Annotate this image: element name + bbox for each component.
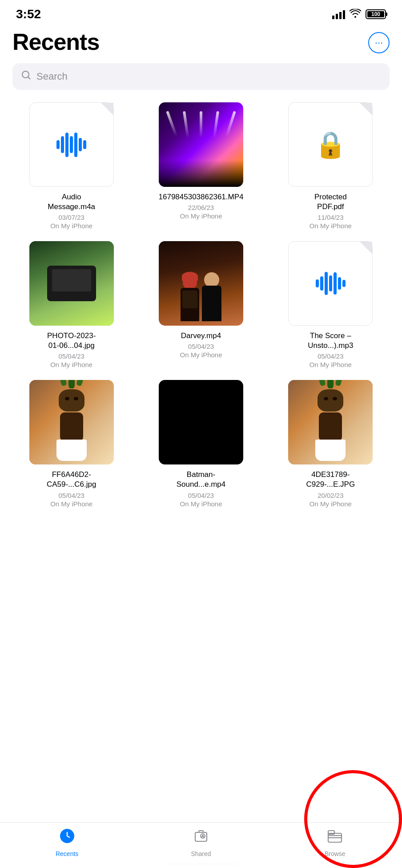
file-location: On My iPhone	[180, 500, 222, 508]
file-name: The Score –Unsto...).mp3	[308, 331, 353, 351]
file-name: PHOTO-2023-01-06...04.jpg	[47, 331, 96, 351]
wave-bar	[320, 276, 323, 291]
file-location: On My iPhone	[310, 222, 352, 230]
recents-icon	[59, 828, 75, 848]
file-name: Batman-Sound...e.mp4	[177, 470, 226, 489]
more-button[interactable]: ···	[368, 32, 390, 53]
header: Recents ···	[0, 24, 402, 55]
file-thumb-groot	[29, 380, 114, 464]
concert-stage	[159, 160, 243, 187]
wave-bar	[79, 138, 82, 151]
wave-bar	[316, 279, 319, 287]
file-location: On My iPhone	[180, 351, 222, 359]
tab-browse-label: Browse	[325, 850, 346, 857]
wave-bar	[334, 272, 337, 295]
doc-fold	[360, 242, 372, 254]
tab-recents-label: Recents	[56, 850, 78, 857]
light-beam	[213, 111, 219, 138]
file-item-audio-message[interactable]: AudioMessage.m4a 03/07/23 On My iPhone	[9, 99, 134, 233]
tab-browse[interactable]: Browse	[269, 828, 401, 857]
file-name: ProtectedPDF.pdf	[314, 192, 347, 212]
svg-point-4	[202, 835, 204, 836]
wifi-icon	[350, 9, 361, 20]
wave-bar	[74, 133, 77, 157]
tab-recents[interactable]: Recents	[1, 828, 133, 857]
file-location: On My iPhone	[50, 361, 92, 368]
status-bar: 3:52 100	[0, 0, 402, 24]
signal-bar-2	[336, 14, 338, 19]
doc-fold	[101, 103, 113, 115]
file-item-4de-jpg[interactable]: 4DE31789-C929-...E.JPG 20/02/23 On My iP…	[268, 376, 393, 511]
wave-bar	[83, 140, 86, 149]
wave-bar	[329, 275, 332, 291]
file-date: 05/04/23	[188, 343, 214, 350]
file-name: Darvey.mp4	[181, 331, 221, 341]
laptop-shape	[47, 266, 96, 301]
light-beam	[166, 111, 177, 137]
file-item-batman[interactable]: Batman-Sound...e.mp4 05/04/23 On My iPho…	[138, 376, 263, 511]
file-name: 1679845303862361.MP4	[159, 192, 244, 202]
file-location: On My iPhone	[50, 222, 92, 230]
doc-fold	[360, 103, 372, 115]
tab-bar: Recents Shared Browse	[0, 822, 402, 868]
wave-bar	[70, 136, 73, 153]
file-date: 05/04/23	[58, 492, 84, 499]
file-item-protected-pdf[interactable]: 🔒 ProtectedPDF.pdf 11/04/23 On My iPhone	[268, 99, 393, 233]
file-thumb-groot2	[288, 380, 373, 464]
file-date: 03/07/23	[58, 214, 84, 221]
file-thumb-batman	[159, 380, 243, 464]
file-location: On My iPhone	[310, 500, 352, 508]
wave-bar	[342, 280, 346, 287]
file-location: On My iPhone	[180, 212, 222, 220]
lock-icon: 🔒	[314, 129, 346, 160]
light-beam	[183, 111, 189, 138]
tab-shared[interactable]: Shared	[135, 828, 267, 857]
wave-bar	[61, 136, 64, 153]
battery-icon: 100	[366, 9, 386, 19]
signal-bar-3	[339, 12, 342, 19]
ellipsis-icon: ···	[375, 37, 383, 48]
concert-lights	[159, 111, 243, 138]
status-icons: 100	[332, 9, 386, 20]
file-item-darvey[interactable]: Darvey.mp4 05/04/23 On My iPhone	[138, 238, 263, 372]
file-thumb-concert	[159, 102, 243, 187]
audio-wave-icon	[316, 270, 346, 297]
search-icon	[21, 70, 31, 83]
page-title: Recents	[12, 28, 99, 55]
light-beam	[200, 111, 202, 138]
files-section: AudioMessage.m4a 03/07/23 On My iPhone 1…	[0, 94, 402, 578]
file-item-ff6a-jpg[interactable]: FF6A46D2-CA59-...C6.jpg 05/04/23 On My i…	[9, 376, 134, 511]
file-thumb-audio2	[288, 241, 373, 326]
wave-bar	[56, 140, 60, 149]
file-date: 20/02/23	[318, 492, 343, 499]
file-thumb-locked: 🔒	[288, 102, 373, 187]
file-thumb-photo	[29, 241, 114, 326]
file-date: 05/04/23	[58, 352, 84, 360]
file-name: 4DE31789-C929-...E.JPG	[306, 470, 355, 489]
browse-icon	[327, 828, 343, 848]
file-thumb-couple	[159, 241, 243, 326]
files-grid: AudioMessage.m4a 03/07/23 On My iPhone 1…	[0, 94, 402, 516]
signal-bar-4	[343, 10, 345, 19]
file-date: 05/04/23	[318, 352, 343, 360]
file-location: On My iPhone	[310, 361, 352, 368]
file-item-score-mp3[interactable]: The Score –Unsto...).mp3 05/04/23 On My …	[268, 238, 393, 372]
file-date: 11/04/23	[318, 214, 343, 221]
search-bar[interactable]: Search	[12, 63, 390, 90]
wave-bar	[65, 133, 68, 157]
signal-bars-icon	[332, 9, 345, 19]
signal-bar-1	[332, 16, 334, 19]
status-time: 3:52	[16, 7, 41, 21]
audio-wave-icon	[56, 131, 86, 158]
file-location: On My iPhone	[50, 500, 92, 508]
file-date: 05/04/23	[188, 492, 214, 499]
shared-icon	[193, 828, 209, 848]
file-item-photo[interactable]: PHOTO-2023-01-06...04.jpg 05/04/23 On My…	[9, 238, 134, 372]
tab-shared-label: Shared	[191, 850, 211, 857]
file-item-concert[interactable]: 1679845303862361.MP4 22/06/23 On My iPho…	[138, 99, 263, 233]
search-placeholder: Search	[36, 71, 68, 82]
wave-bar	[325, 272, 328, 295]
file-name: AudioMessage.m4a	[48, 192, 95, 212]
search-container: Search	[0, 55, 402, 94]
wave-bar	[338, 277, 341, 290]
